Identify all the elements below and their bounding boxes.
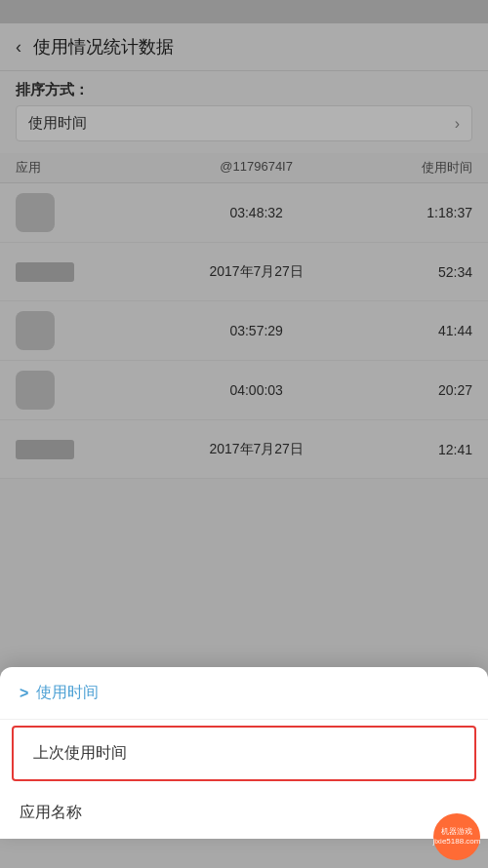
popup-item-label: 应用名称 bbox=[20, 803, 82, 823]
popup-item-app-name[interactable]: 应用名称 bbox=[0, 787, 488, 839]
watermark-text: 机器游戏jixie5188.com bbox=[433, 827, 481, 846]
popup-item-usage-time[interactable]: 使用时间 bbox=[0, 667, 488, 720]
popup-menu: 使用时间 上次使用时间 应用名称 bbox=[0, 667, 488, 839]
popup-item-last-used[interactable]: 上次使用时间 bbox=[14, 728, 474, 779]
watermark: 机器游戏jixie5188.com bbox=[433, 813, 480, 860]
popup-item-label: 使用时间 bbox=[36, 683, 99, 703]
popup-item-label: 上次使用时间 bbox=[33, 743, 127, 764]
watermark-badge: 机器游戏jixie5188.com bbox=[433, 813, 480, 860]
popup-item-last-used-wrapper: 上次使用时间 bbox=[12, 726, 476, 781]
main-screen: ‹ 使用情况统计数据 排序方式： 使用时间 › 应用 @1179674I7 使用… bbox=[0, 0, 488, 868]
